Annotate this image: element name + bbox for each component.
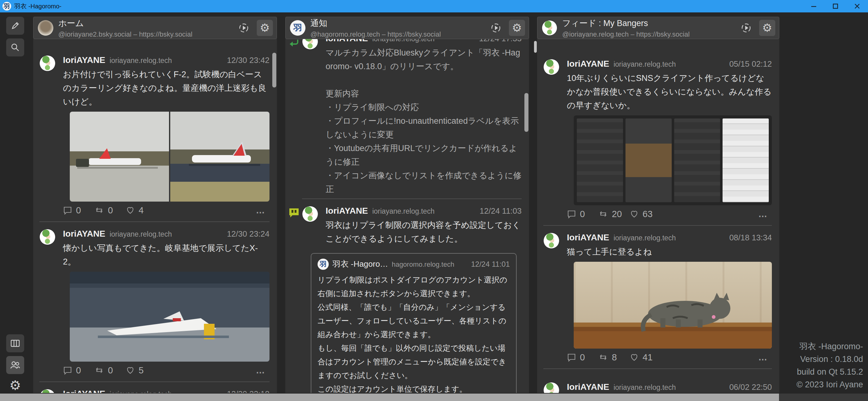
post-handle: ioriayane.relog.tech [613, 60, 725, 68]
maximize-button[interactable] [825, 0, 846, 12]
close-button[interactable] [846, 0, 868, 12]
auto-update-icon [740, 22, 752, 34]
avatar[interactable] [302, 206, 318, 222]
column-account-avatar[interactable] [542, 20, 557, 36]
compose-button[interactable] [6, 17, 24, 35]
like-action[interactable]: 4 [126, 205, 157, 216]
repost-action[interactable]: 8 [598, 352, 629, 363]
column-settings-button[interactable]: ⚙ [759, 20, 775, 36]
auto-update-icon [490, 22, 502, 34]
reply-action[interactable]: 0 [567, 352, 598, 363]
reply-action[interactable]: 0 [567, 209, 598, 219]
settings-button[interactable]: ⚙ [6, 376, 24, 395]
quoted-post-card[interactable]: 羽 羽衣 -Hagoro… hagoromo.relog.tech 12/24 … [311, 253, 517, 393]
scrollbar-handle[interactable] [524, 93, 528, 132]
auto-update-button[interactable] [738, 20, 754, 36]
gear-icon: ⚙ [762, 22, 772, 33]
avatar[interactable] [543, 233, 559, 249]
column-subtitle: @ioriayane2.bsky.social – https://bsky.s… [58, 30, 231, 38]
post-divider [543, 368, 772, 369]
post-author[interactable]: IoriAYANE [63, 229, 105, 239]
reply-action[interactable]: 0 [63, 205, 94, 216]
column-subtitle: @ioriayane.relog.tech – https://bsky.soc… [562, 30, 733, 38]
repost-action[interactable]: 0 [94, 365, 126, 376]
post-actions: 0 0 4 … [63, 202, 270, 219]
avatar[interactable] [543, 59, 559, 75]
column-feed-list: IoriAYANE ioriayane.relog.tech 05/15 02:… [537, 39, 779, 393]
more-button[interactable]: … [758, 209, 768, 219]
column-settings-button[interactable]: ⚙ [509, 20, 525, 36]
accounts-button[interactable] [6, 356, 24, 374]
horizontal-scrollbar-handle[interactable] [0, 394, 779, 401]
jet-photo-shapes [70, 112, 169, 202]
gear-icon: ⚙ [512, 22, 522, 33]
more-button[interactable]: … [256, 365, 266, 376]
post-image-app-screenshot[interactable] [574, 115, 772, 205]
like-count: 63 [643, 209, 652, 219]
avatar[interactable] [302, 39, 318, 50]
scrollbar-handle[interactable] [534, 41, 537, 53]
avatar[interactable] [39, 229, 56, 245]
quoted-handle: hagoromo.relog.tech [392, 260, 454, 269]
pencil-icon [10, 21, 21, 31]
avatar[interactable] [39, 389, 56, 393]
column-account-avatar[interactable]: 羽 [290, 20, 306, 36]
post-text: 懐かしい写真もでてきた。岐阜基地で展示してたX-2。 [63, 241, 270, 269]
search-button[interactable] [6, 38, 24, 57]
minimize-button[interactable] [803, 0, 825, 12]
post-time: 05/15 02:12 [730, 59, 772, 69]
columns-button[interactable] [6, 334, 24, 352]
more-button[interactable]: … [758, 352, 768, 363]
column-title: ホーム [58, 18, 231, 29]
columns-icon [10, 338, 21, 348]
post-author[interactable]: IoriAYANE [567, 382, 609, 392]
auto-update-button[interactable] [488, 20, 504, 36]
post-handle: ioriayane.relog.tech [110, 390, 222, 393]
avatar[interactable] [39, 55, 56, 71]
post-handle: ioriayane.relog.tech [110, 57, 222, 65]
column-notifications: 羽 通知 @hagoromo.relog.tech – https://bsky… [285, 17, 529, 393]
post-text: お片付けで引っ張られていくF-2。試験機の白ベースのカラーリング好きなのよね。量… [63, 68, 270, 109]
column-settings-button[interactable]: ⚙ [257, 20, 273, 36]
post-text: 10年ぶりくらいにSNSクライアント作ってるけどなかなか普段使いできるくらいにな… [567, 71, 772, 112]
scrollbar-handle[interactable] [272, 53, 276, 88]
heart-icon [126, 366, 135, 375]
post: IoriAYANE ioriayane.relog.tech 12/30 23:… [33, 222, 277, 382]
column-account-avatar[interactable] [38, 20, 53, 36]
like-action[interactable]: 5 [126, 365, 157, 376]
more-button[interactable]: … [256, 205, 266, 216]
about-copyright: © 2023 Iori Ayane [796, 378, 863, 391]
reply-count: 0 [580, 352, 585, 363]
post-text: 羽衣はリプライ制限の選択内容を予め設定しておくことができるようにしてみました。 [326, 218, 522, 246]
like-action[interactable]: 63 [629, 209, 661, 219]
post-author[interactable]: IoriAYANE [567, 233, 609, 243]
reply-action[interactable]: 0 [63, 365, 94, 376]
repost-count: 8 [612, 352, 617, 363]
column-notifications-header: 羽 通知 @hagoromo.relog.tech – https://bsky… [285, 17, 529, 39]
post-author[interactable]: IoriAYANE [567, 59, 609, 69]
post-image-x2-hangar[interactable] [70, 272, 270, 362]
post-handle: ioriayane.relog.tech [372, 39, 474, 43]
quoted-author: 羽衣 -Hagoro… [333, 259, 388, 270]
auto-update-button[interactable] [236, 20, 252, 36]
post-author[interactable]: IoriAYANE [326, 39, 368, 43]
post-image-f2-taxi[interactable] [170, 112, 270, 202]
repost-action[interactable]: 20 [598, 209, 629, 219]
post-time: 12/24 11:03 [480, 206, 522, 216]
quoted-text: リプライ制限はポストダイアログのアカウント選択の右側に追加されたボタンから選択で… [317, 273, 510, 393]
post-author[interactable]: IoriAYANE [326, 206, 368, 216]
horizontal-scrollbar[interactable] [0, 394, 868, 401]
avatar[interactable] [543, 382, 559, 393]
about-box: 羽衣 -Hagoromo- Version : 0.18.0d build on… [796, 340, 863, 391]
search-icon [10, 42, 21, 53]
post-image-cat[interactable] [574, 262, 772, 348]
post-image-f2-towed[interactable] [70, 112, 169, 202]
repost-count: 0 [108, 365, 113, 376]
post-author[interactable]: IoriAYANE [63, 55, 105, 65]
like-action[interactable]: 41 [629, 352, 661, 363]
repost-icon [598, 352, 608, 362]
quoted-avatar[interactable]: 羽 [317, 259, 329, 270]
repost-icon [598, 209, 608, 219]
post-author[interactable]: IoriAYANE [63, 389, 105, 393]
repost-action[interactable]: 0 [94, 205, 126, 216]
